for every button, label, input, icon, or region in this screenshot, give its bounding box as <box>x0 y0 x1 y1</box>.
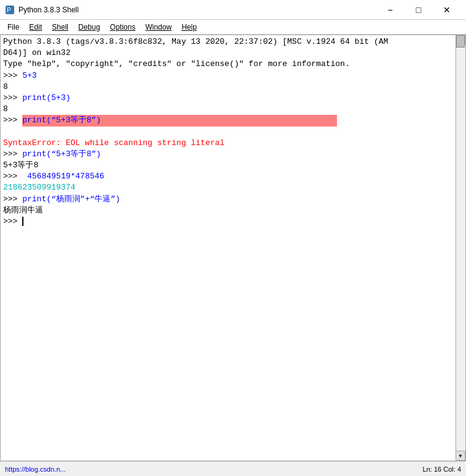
status-url: https://blog.csdn.n... <box>5 466 65 473</box>
status-bar: https://blog.csdn.n... Ln: 16 Col: 4 <box>0 461 466 476</box>
output-line-8: 218623509919374 <box>3 182 453 193</box>
output-line-9: 杨雨润牛逼 <box>3 205 453 216</box>
minimize-button[interactable]: − <box>376 0 404 20</box>
blank-line <box>3 127 453 138</box>
python-icon: P <box>5 5 15 15</box>
window-controls: − □ ✕ <box>376 0 461 20</box>
output-line-2: D64)] on win32 <box>3 48 453 59</box>
output-line-4: 8 <box>3 81 453 93</box>
menu-window[interactable]: Window <box>140 22 177 33</box>
prompt-line-4: >>> 5+3 <box>3 70 453 81</box>
shell-wrapper: Python 3.8.3 (tags/v3.8.3:6f8c832, May 1… <box>0 35 466 461</box>
menu-edit[interactable]: Edit <box>24 22 47 33</box>
menu-options[interactable]: Options <box>105 22 140 33</box>
scrollbar-down-arrow[interactable]: ▼ <box>456 451 465 461</box>
prompt-line-8: >>> 456849519*478546 <box>3 171 453 182</box>
prompt-line-5: >>> print(5+3) <box>3 93 453 104</box>
output-line-5: 8 <box>3 104 453 115</box>
prompt-line-6: >>> print(“5+3等于8”) <box>3 115 453 126</box>
menu-help[interactable]: Help <box>177 22 202 33</box>
scrollbar-thumb[interactable] <box>456 35 465 48</box>
svg-text:P: P <box>7 7 11 14</box>
title-bar: P Python 3.8.3 Shell − □ ✕ <box>0 0 466 20</box>
menu-shell[interactable]: Shell <box>47 22 73 33</box>
cursor-line[interactable]: >>> <box>3 216 453 227</box>
maximize-button[interactable]: □ <box>404 0 433 20</box>
output-line-1: Python 3.8.3 (tags/v3.8.3:6f8c832, May 1… <box>3 36 453 48</box>
output-line-3: Type "help", "copyright", "credits" or "… <box>3 59 453 70</box>
output-line-7: 5+3等于8 <box>3 160 453 171</box>
error-line: SyntaxError: EOL while scanning string l… <box>3 138 453 149</box>
close-button[interactable]: ✕ <box>433 0 461 20</box>
window-title: Python 3.8.3 Shell <box>19 6 376 14</box>
prompt-line-7: >>> print(“5+3等于8”) <box>3 149 453 160</box>
menu-file[interactable]: File <box>2 22 24 33</box>
shell-content[interactable]: Python 3.8.3 (tags/v3.8.3:6f8c832, May 1… <box>1 35 465 228</box>
menu-debug[interactable]: Debug <box>73 22 105 33</box>
menu-bar: File Edit Shell Debug Options Window Hel… <box>0 20 466 35</box>
status-position: Ln: 16 Col: 4 <box>423 466 461 473</box>
scrollbar[interactable]: ▲ ▼ <box>456 35 465 461</box>
prompt-line-9: >>> print(“杨雨润”+“牛逼”) <box>3 194 453 205</box>
